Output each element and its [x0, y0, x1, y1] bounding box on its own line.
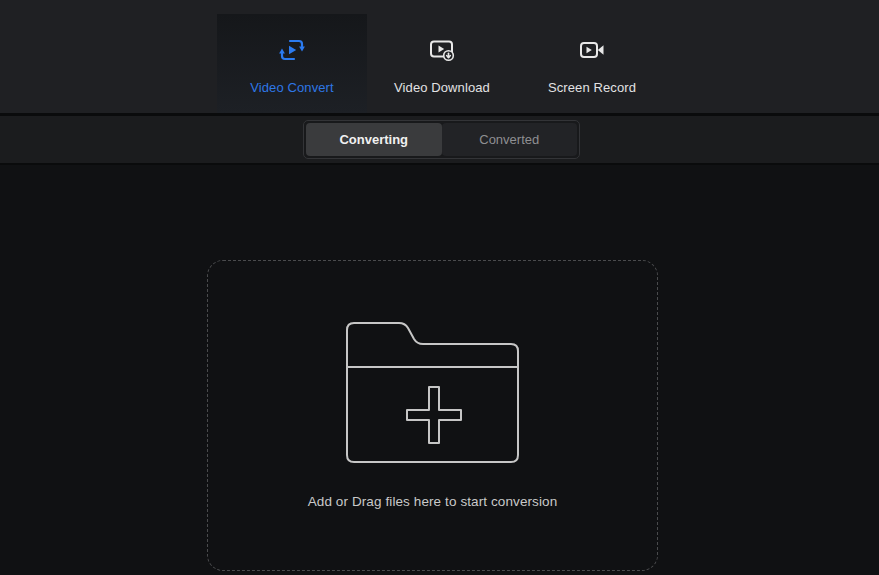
tab-converting[interactable]: Converting [306, 123, 442, 156]
drop-zone-hint: Add or Drag files here to start conversi… [308, 494, 558, 509]
add-folder-icon[interactable] [345, 321, 520, 470]
tab-video-download-label: Video Download [394, 80, 490, 95]
tab-video-download[interactable]: Video Download [367, 0, 517, 113]
main-toolbar: Video Convert Video Download [0, 0, 879, 113]
tab-screen-record[interactable]: Screen Record [517, 0, 667, 113]
converting-converted-segmented-control: Converting Converted [303, 120, 580, 159]
tab-video-convert[interactable]: Video Convert [217, 14, 367, 113]
video-converter-window: Video Convert Video Download [0, 0, 879, 575]
file-drop-zone[interactable]: Add or Drag files here to start conversi… [207, 260, 658, 571]
toolbar-tabs: Video Convert Video Download [217, 0, 667, 113]
video-convert-icon [278, 36, 306, 64]
sub-tab-bar: Converting Converted [0, 116, 879, 163]
video-download-icon [428, 36, 456, 64]
tab-converted[interactable]: Converted [442, 123, 578, 156]
main-content: Add or Drag files here to start conversi… [0, 165, 879, 575]
tab-video-convert-label: Video Convert [250, 80, 333, 95]
screen-record-icon [578, 36, 606, 64]
tab-screen-record-label: Screen Record [548, 80, 636, 95]
